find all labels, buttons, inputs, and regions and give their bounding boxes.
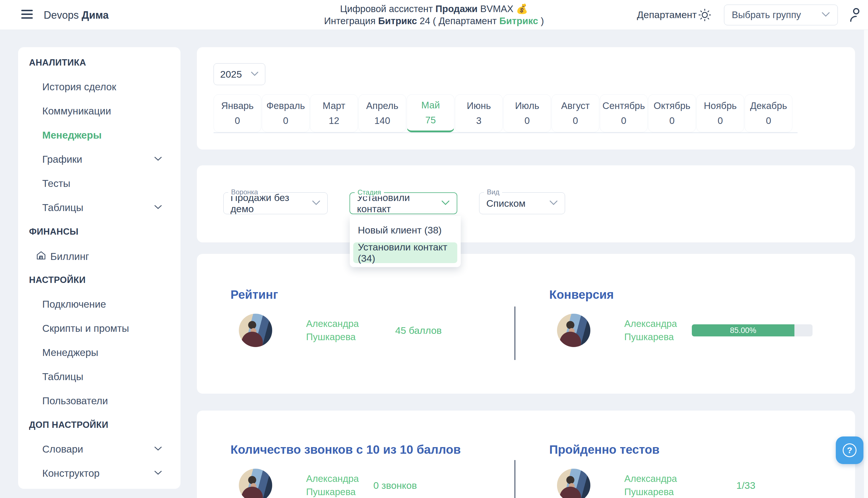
tests-title: Пройденно тестов (515, 410, 855, 457)
chevron-down-icon[interactable] (154, 156, 162, 162)
bank-icon (36, 252, 46, 263)
month-tab-may[interactable]: Май75 (407, 94, 454, 132)
top-header: Devops Дима Цифровой ассистент Продажи B… (0, 0, 868, 30)
sidebar-item-scripts-prompts[interactable]: Скрипты и промты (18, 323, 129, 334)
stage-option-contact-established[interactable]: Установили контакт (34) (353, 243, 457, 263)
sidebar-item-users[interactable]: Пользователи (18, 395, 108, 407)
month-tabs: Январь0 Февраль0 Март12 Апрель140 Май75 … (214, 94, 798, 133)
month-tab-january[interactable]: Январь0 (214, 94, 261, 132)
money-bag-icon: 💰 (516, 3, 528, 14)
month-tab-november[interactable]: Ноябрь0 (696, 94, 744, 132)
page-title: Цифровой ассистент Продажи BVMAX 💰 Интег… (324, 3, 544, 27)
sidebar-item-tables-settings[interactable]: Таблицы (18, 371, 83, 382)
sidebar-item-tests[interactable]: Тесты (18, 178, 70, 189)
hamburger-menu-icon[interactable] (21, 10, 33, 20)
month-tab-october[interactable]: Октябрь0 (648, 94, 696, 132)
sidebar-item-charts[interactable]: Графики (18, 154, 82, 165)
chevron-down-icon[interactable] (154, 470, 162, 476)
avatar (557, 469, 590, 498)
sidebar-section-extra-settings: ДОП НАСТРОЙКИ (18, 420, 108, 430)
funnel-select-label: Воронка (228, 188, 261, 196)
avatar (239, 314, 272, 347)
filters-card: Воронка Продажи без демо Стадия Установи… (197, 165, 855, 243)
calls-pane: Количество звонков с 10 из 10 баллов Але… (197, 410, 515, 498)
sidebar-item-tables[interactable]: Таблицы (18, 202, 83, 213)
sidebar-section-analytics: АНАЛИТИКА (18, 57, 86, 68)
month-tab-june[interactable]: Июнь3 (455, 94, 503, 132)
page-title-line2: Интеграция Битрикс 24 ( Департамент Битр… (324, 15, 544, 27)
sidebar-item-managers[interactable]: Менеджеры (18, 129, 102, 141)
brand-logo: Devops Дима (44, 9, 109, 21)
tests-row: Александра Пушкарева 1/33 (515, 469, 855, 498)
sidebar-item-communications[interactable]: Коммуникации (18, 105, 111, 117)
chevron-down-icon[interactable] (154, 446, 162, 452)
chevron-down-icon[interactable] (154, 205, 162, 210)
sidebar-item-connection[interactable]: Подключение (18, 299, 106, 310)
stage-select[interactable]: Стадия Установили контакт (349, 192, 457, 214)
stage-dropdown-menu: Новый клиент (38) Установили контакт (34… (350, 216, 461, 267)
view-select-value: Списком (486, 198, 549, 209)
question-mark-icon: ? (843, 443, 856, 457)
person-name: Александра Пушкарева (624, 472, 679, 498)
calls-row: Александра Пушкарева 0 звонков (197, 469, 515, 498)
chevron-down-icon (822, 12, 830, 18)
sidebar-section-finance: ФИНАНСЫ (18, 226, 79, 237)
month-tab-december[interactable]: Декабрь0 (745, 94, 792, 132)
group-select-value: Выбрать группу (732, 10, 822, 21)
rating-value: 45 баллов (395, 325, 442, 336)
calls-title: Количество звонков с 10 из 10 баллов (197, 410, 515, 457)
period-card: 2025 Январь0 Февраль0 Март12 Апрель140 М… (197, 47, 855, 149)
avatar (557, 314, 590, 347)
progress-label: 85.00% (730, 326, 757, 335)
rating-row: Александра Пушкарева 45 баллов (197, 314, 515, 347)
chevron-down-icon (251, 71, 259, 77)
sidebar: АНАЛИТИКА История сделок Коммуникации Ме… (18, 47, 181, 489)
person-name: Александра Пушкарева (306, 317, 361, 343)
year-select[interactable]: 2025 (214, 63, 265, 85)
user-profile-icon[interactable] (849, 7, 864, 23)
sidebar-item-deal-history[interactable]: История сделок (18, 81, 116, 93)
chevron-down-icon (312, 200, 320, 207)
person-name: Александра Пушкарева (306, 472, 361, 498)
tests-value: 1/33 (736, 480, 755, 491)
sidebar-section-settings: НАСТРОЙКИ (18, 275, 86, 285)
sidebar-item-constructor[interactable]: Конструктор (18, 468, 100, 479)
sidebar-item-dictionaries[interactable]: Словари (18, 443, 83, 455)
conversion-pane: Конверсия Александра Пушкарева 85.00% (515, 254, 855, 394)
group-select[interactable]: Выбрать группу (724, 4, 838, 25)
vertical-scrollbar[interactable] (864, 30, 868, 498)
theme-sun-icon[interactable] (698, 8, 712, 22)
metrics-card: Рейтинг Александра Пушкарева 45 баллов К… (197, 254, 855, 394)
tests-pane: Пройденно тестов Александра Пушкарева 1/… (515, 410, 855, 498)
rating-pane: Рейтинг Александра Пушкарева 45 баллов (197, 254, 515, 394)
person-name: Александра Пушкарева (624, 317, 679, 343)
help-button[interactable]: ? (836, 436, 864, 464)
chevron-down-icon (441, 200, 450, 207)
month-tab-april[interactable]: Апрель140 (358, 94, 406, 132)
view-select[interactable]: Вид Списком (479, 192, 565, 214)
avatar (239, 469, 272, 498)
view-select-label: Вид (484, 188, 502, 196)
progress-fill: 85.00% (692, 324, 794, 337)
conversion-row: Александра Пушкарева 85.00% (515, 314, 855, 347)
year-select-value: 2025 (220, 69, 251, 80)
month-tab-august[interactable]: Август0 (551, 94, 599, 132)
month-tab-september[interactable]: Сентябрь0 (600, 94, 647, 132)
stage-option-new-client[interactable]: Новый клиент (38) (350, 219, 461, 241)
bottom-metrics-card: Количество звонков с 10 из 10 баллов Але… (197, 410, 855, 498)
month-tab-february[interactable]: Февраль0 (262, 94, 309, 132)
calls-value: 0 звонков (373, 480, 417, 491)
month-tab-march[interactable]: Март12 (310, 94, 358, 132)
sidebar-item-managers-settings[interactable]: Менеджеры (18, 347, 98, 358)
stage-select-label: Стадия (355, 188, 384, 196)
department-label: Департамент (637, 9, 697, 21)
chevron-down-icon (549, 200, 558, 207)
sidebar-item-billing[interactable]: Биллинг (18, 250, 89, 262)
month-tab-july[interactable]: Июль0 (503, 94, 551, 132)
conversion-progress-bar: 85.00% (692, 324, 813, 337)
funnel-select[interactable]: Воронка Продажи без демо (223, 192, 328, 214)
page-title-line1: Цифровой ассистент Продажи BVMAX 💰 (324, 3, 544, 15)
conversion-title: Конверсия (515, 254, 855, 302)
